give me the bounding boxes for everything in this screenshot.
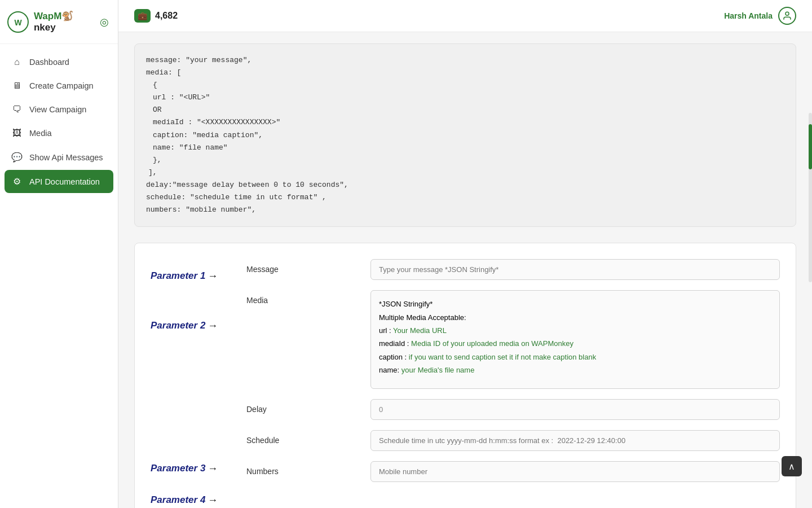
code-line-11: delay:"message delay between 0 to 10 sec… [146,179,784,191]
chat-icon: 🗨 [11,104,23,115]
param-label-delay-area: Delay [246,399,370,414]
media-hint-line6: name: your Media's file name [379,364,771,376]
scroll-top-button[interactable]: ∧ [782,456,802,476]
media-hint-name-value: your Media's file name [401,366,475,374]
params-section: Parameter 1 → Parameter 2 → Parameter 3 … [134,243,796,508]
annotation-4: Parameter 4 → [151,487,246,508]
image-icon: 🖼 [11,128,23,138]
annotations-column: Parameter 1 → Parameter 2 → Parameter 3 … [151,259,246,508]
sidebar-nav: ⌂ Dashboard 🖥 Create Campaign 🗨 View Cam… [0,44,118,200]
sidebar-item-api-docs[interactable]: ⚙ API Documentation [5,170,113,193]
param-row-schedule: Schedule [246,430,780,451]
balance-display: 💼 4,682 [134,9,178,23]
param-row-message: Message [246,259,780,280]
param-input-numbers-area [370,461,780,482]
media-hint-mediaid-prefix: mediaId : [379,339,411,348]
annotated-form: Parameter 1 → Parameter 2 → Parameter 3 … [151,259,780,508]
svg-text:W: W [14,17,22,27]
main-content: 💼 4,682 Harsh Antala message: "your mess… [118,0,812,508]
code-line-6: mediaId : "<XXXXXXXXXXXXXXX>" [146,116,784,129]
param-input-schedule-area [370,430,780,451]
code-line-10: ], [146,167,784,179]
annotation-1: Parameter 1 → [151,262,246,290]
target-icon: ◎ [100,16,109,28]
numbers-input[interactable] [370,461,780,482]
param-input-message-area [370,259,780,280]
param-label-numbers-area: Numbers [246,461,370,476]
sidebar-label-show-api: Show Api Messages [29,153,103,162]
logo-icon: W [7,11,29,33]
media-hint-line1: *JSON Stringify* [379,297,771,310]
param-label-media-area: Media [246,290,370,305]
form-column: Message Media [246,259,780,508]
brand-name: WapM🐒nkey [34,10,95,33]
sidebar-item-show-api[interactable]: 💬 Show Api Messages [0,146,118,169]
code-block: message: "your message", media: [ { url … [134,43,796,227]
page-body: message: "your message", media: [ { url … [118,32,812,508]
param-input-delay-area [370,399,780,420]
scrollbar-thumb [809,124,812,169]
media-hint-line3: url : Your Media URL [379,324,771,337]
param-label-delay: Delay [246,405,267,414]
user-avatar-icon[interactable] [778,7,796,25]
wallet-icon: 💼 [134,9,151,23]
media-hint-caption-prefix: caption : [379,353,409,361]
code-line-8: name: "file name" [146,142,784,154]
code-line-13: numbers: "mobile number", [146,204,784,216]
code-line-1: message: "your message", [146,54,784,67]
param-label-message: Message [246,265,279,274]
home-icon: ⌂ [11,57,23,67]
param-label-message-area: Message [246,259,370,274]
media-hint-caption-value: if you want to send caption set it if no… [409,353,596,361]
media-hint-url-value: Your Media URL [393,326,447,335]
param-label-numbers: Numbers [246,467,279,476]
user-name: Harsh Antala [724,11,773,20]
media-hint-mediaid-value: Media ID of your uploaded media on WAPMo… [411,339,573,348]
sidebar-label-create-campaign: Create Campaign [29,81,94,90]
code-line-4: url : "<URL>" [146,91,784,104]
header: 💼 4,682 Harsh Antala [118,0,812,32]
arrow-icon-3: → [208,463,218,475]
param-label-schedule: Schedule [246,436,279,445]
annotation-label-1: Parameter 1 [151,270,205,282]
media-hint-name-prefix: name: [379,366,401,374]
message-input[interactable] [370,259,780,280]
code-line-12: schedule: "schedule time in utc format" … [146,191,784,204]
user-info: Harsh Antala [724,7,796,25]
annotation-3: Parameter 3 → [151,456,246,481]
sidebar-item-dashboard[interactable]: ⌂ Dashboard [0,51,118,73]
sidebar-item-create-campaign[interactable]: 🖥 Create Campaign [0,75,118,97]
media-hint-line2: Multiple Media Acceptable: [379,311,771,324]
sidebar-item-view-campaign[interactable]: 🗨 View Campaign [0,98,118,121]
arrow-icon-4: → [208,494,218,506]
code-line-7: caption: "media caption", [146,129,784,142]
param-label-media: Media [246,296,268,305]
sidebar-item-media[interactable]: 🖼 Media [0,122,118,144]
code-line-2: media: [ [146,67,784,79]
delay-input[interactable] [370,399,780,420]
monitor-icon: 🖥 [11,81,23,91]
arrow-icon-1: → [208,270,218,282]
message-icon: 💬 [11,152,23,163]
media-hint-line4: mediaId : Media ID of your uploaded medi… [379,337,771,350]
media-textarea-display: *JSON Stringify* Multiple Media Acceptab… [370,290,780,389]
logo-area: W WapM🐒nkey ◎ [0,0,118,44]
annotation-label-4: Parameter 4 [151,494,205,506]
media-hint-url-prefix: url : [379,326,393,335]
sidebar-label-view-campaign: View Campaign [29,105,86,114]
svg-point-2 [785,12,789,15]
sidebar: W WapM🐒nkey ◎ ⌂ Dashboard 🖥 Create Campa… [0,0,118,508]
balance-value: 4,682 [155,11,178,21]
param-row-numbers: Numbers [246,461,780,482]
gear-icon: ⚙ [11,176,23,187]
code-line-3: { [146,79,784,91]
schedule-input[interactable] [370,430,780,451]
annotation-2: Parameter 2 → [151,312,246,340]
right-scrollbar[interactable] [809,113,812,282]
arrow-icon-2: → [208,320,218,332]
sidebar-label-dashboard: Dashboard [29,58,69,67]
media-hint-line5: caption : if you want to send caption se… [379,351,771,364]
param-row-media: Media *JSON Stringify* Multiple Media Ac… [246,290,780,389]
sidebar-label-api-docs: API Documentation [29,177,100,186]
code-line-5: OR [146,104,784,116]
